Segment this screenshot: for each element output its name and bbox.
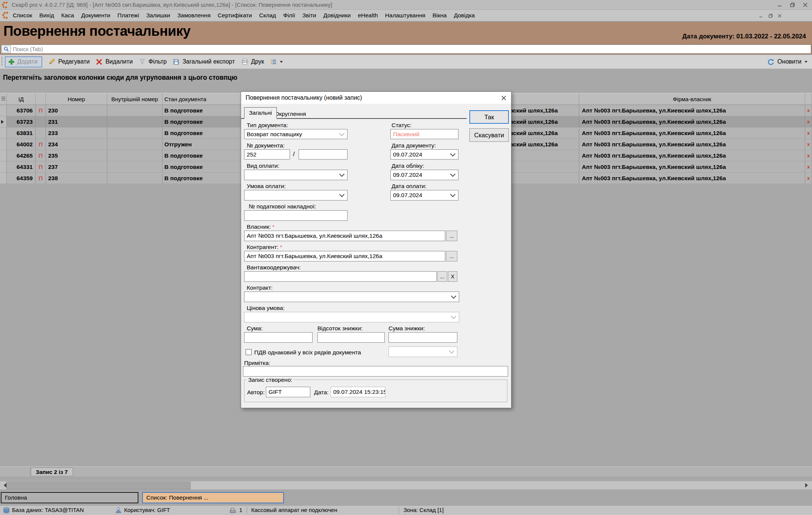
discount-pct-input[interactable]: [317, 332, 385, 343]
mdi-restore-button[interactable]: [767, 12, 774, 19]
edit-button[interactable]: Редагувати: [49, 58, 90, 65]
close-button[interactable]: [801, 1, 810, 9]
row-header[interactable]: [0, 128, 7, 138]
sum-input[interactable]: [244, 332, 313, 343]
column-header-owner[interactable]: Фірма-власник: [579, 93, 805, 105]
refresh-button[interactable]: Оновити: [767, 55, 807, 68]
cell-number: 231: [46, 116, 107, 127]
owner-browse-button[interactable]: ...: [446, 231, 457, 241]
doc-type-select[interactable]: Возврат поставщику: [244, 129, 348, 139]
menu-platezhi[interactable]: Платежі: [117, 12, 139, 19]
scroll-left-icon[interactable]: [2, 483, 6, 488]
column-header-internal-number[interactable]: Внутрішній номер: [107, 93, 162, 105]
created-date-value: 09.07.2024 15:23:15: [333, 389, 386, 395]
cell-internal: [107, 173, 162, 184]
tab-general[interactable]: Загальні: [244, 107, 277, 119]
filter-button[interactable]: Фільтр: [139, 58, 167, 65]
cell-number: 233: [46, 128, 107, 138]
menu-sklad[interactable]: Склад: [259, 12, 276, 19]
doc-number2-input[interactable]: [299, 149, 348, 160]
cell-mark: х: [805, 150, 812, 161]
scrollbar-thumb[interactable]: [6, 482, 191, 489]
mdi-close-button[interactable]: [776, 12, 783, 19]
vat-checkbox[interactable]: [246, 349, 252, 355]
column-header-mark[interactable]: [805, 93, 812, 105]
menu-filii[interactable]: Філії: [283, 12, 295, 19]
contractor-input[interactable]: Апт №003 пгт.Барышевка, ул.Киевский шлях…: [244, 251, 445, 261]
print-button[interactable]: Друк: [241, 58, 264, 65]
price-term-select[interactable]: [244, 312, 459, 322]
search-icon[interactable]: [2, 45, 11, 53]
tax-invoice-label: № податкової накладної:: [249, 203, 316, 210]
export-button-label: Загальний експорт: [182, 58, 235, 65]
consignee-clear-button[interactable]: X: [448, 271, 457, 282]
chevron-down-icon: [450, 192, 455, 197]
author-value: GIFT: [269, 389, 282, 395]
menu-nalashtuvannya[interactable]: Налаштування: [385, 12, 425, 19]
discount-sum-input[interactable]: [389, 332, 457, 343]
chevron-down-icon: [339, 172, 345, 177]
menu-sertyfikaty[interactable]: Сертифікати: [218, 12, 252, 19]
column-header-flag[interactable]: [36, 93, 46, 105]
menu-dovidnyky[interactable]: Довідники: [323, 12, 351, 19]
minimize-button[interactable]: [775, 1, 784, 9]
app-logo-icon: [2, 2, 9, 8]
menu-dovidka[interactable]: Довідка: [454, 12, 475, 19]
window-tab-home[interactable]: Головна: [1, 492, 138, 503]
menu-zamovlennya[interactable]: Замовлення: [177, 12, 210, 19]
cell-owner: Апт №003 пгт.Барышевка, ул.Киевский шлях…: [579, 161, 805, 172]
record-counter: Запис 2 із 7: [31, 468, 73, 476]
mdi-minimize-button[interactable]: [757, 12, 765, 19]
toolbar-grip-handle[interactable]: [1, 57, 3, 67]
cancel-button[interactable]: Скасувати: [469, 128, 509, 142]
menu-zvity[interactable]: Звіти: [302, 12, 316, 19]
refresh-icon: [767, 58, 774, 65]
pay-term-select[interactable]: [244, 190, 348, 201]
column-header-number[interactable]: Номер: [46, 93, 107, 105]
ok-button[interactable]: Так: [469, 110, 509, 124]
horizontal-scrollbar[interactable]: [0, 481, 812, 489]
maximize-button[interactable]: [788, 1, 797, 9]
pencil-icon: [49, 58, 55, 65]
pay-date-select[interactable]: 09.07.2024: [390, 190, 458, 201]
consignee-input[interactable]: [244, 271, 437, 282]
search-input[interactable]: Поиск (Tab): [1, 44, 811, 54]
row-header[interactable]: [0, 161, 7, 172]
menu-kasa[interactable]: Каса: [61, 12, 74, 19]
dialog-close-icon[interactable]: [500, 94, 507, 101]
doc-date-select[interactable]: 09.07.2024: [390, 149, 458, 160]
menu-ehealth[interactable]: eHealth: [358, 12, 378, 19]
row-header[interactable]: [0, 173, 7, 184]
doc-number-input[interactable]: 252: [244, 149, 290, 160]
delete-button-label: Видалити: [105, 58, 132, 65]
contract-select[interactable]: [244, 292, 459, 302]
view-options-button[interactable]: [270, 59, 283, 65]
export-button[interactable]: Загальний експорт: [173, 58, 235, 65]
contractor-label-text: Контрагент:: [247, 244, 278, 250]
delete-button[interactable]: Видалити: [96, 58, 132, 65]
row-header[interactable]: [0, 116, 7, 127]
app-logo-icon: [2, 12, 9, 19]
note-input[interactable]: [243, 366, 508, 377]
menu-zalyshky[interactable]: Залишки: [146, 12, 170, 19]
consignee-browse-button[interactable]: ...: [437, 271, 447, 282]
menu-vikna[interactable]: Вікна: [433, 12, 447, 19]
scroll-right-icon[interactable]: [805, 483, 810, 488]
row-header[interactable]: [0, 105, 7, 116]
account-date-select[interactable]: 09.07.2024: [390, 170, 458, 180]
tax-invoice-input[interactable]: [244, 210, 348, 221]
menu-dokumenty[interactable]: Документи: [81, 12, 110, 19]
menu-spisok[interactable]: Список: [13, 12, 32, 19]
column-header-id[interactable]: ІД: [7, 93, 36, 105]
contractor-browse-button[interactable]: ...: [446, 251, 457, 261]
menu-vyhid[interactable]: Вихід: [39, 12, 54, 19]
add-button[interactable]: Додати: [5, 56, 42, 67]
window-tab-list[interactable]: Список: Повернення ...: [142, 492, 284, 503]
pay-kind-select[interactable]: [244, 170, 348, 180]
vat-rate-select[interactable]: [389, 346, 457, 357]
owner-input[interactable]: Апт №003 пгт.Барышевка, ул.Киевский шлях…: [244, 231, 445, 241]
table-corner-grip[interactable]: [0, 93, 7, 105]
row-header[interactable]: [0, 139, 7, 150]
row-header[interactable]: [0, 150, 7, 161]
status-user: Користувач: GIFT: [124, 507, 170, 513]
